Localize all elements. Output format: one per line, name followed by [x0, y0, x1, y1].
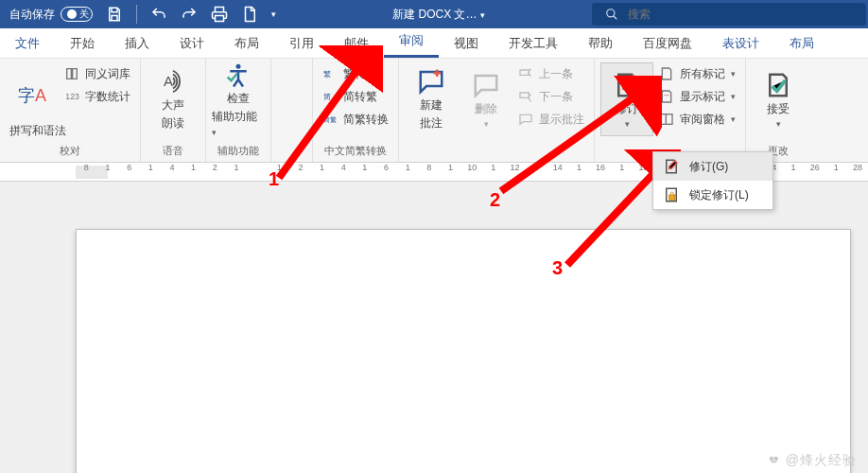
show-markup-button[interactable]: 显示标记 ▾ — [655, 85, 739, 108]
show-comments-button: 显示批注 — [514, 108, 588, 131]
group-accessibility: 检查辅助功能 ▾ 辅助功能 — [206, 59, 271, 162]
accessibility-icon — [224, 61, 252, 89]
tab-home[interactable]: 开始 — [55, 29, 110, 58]
redo-icon[interactable] — [181, 6, 198, 23]
track-changes-icon — [613, 71, 641, 99]
tab-mailings[interactable]: 邮件 — [329, 29, 384, 58]
pane-icon — [659, 112, 674, 127]
svg-text:繁: 繁 — [323, 70, 331, 79]
accept-icon — [764, 71, 792, 99]
track-changes-button[interactable]: 修订▾ — [600, 62, 653, 136]
group-label-chinese: 中文简繁转换 — [319, 142, 392, 160]
group-proofing: 字A 同义词库 123字数统计 拼写和语法 校对 — [0, 59, 141, 162]
document-title[interactable]: 新建 DOCX 文… ▾ — [286, 7, 592, 23]
chinese-convert-button[interactable]: 简繁简繁转换 — [319, 108, 392, 131]
dropdown-lock-tracking[interactable]: 锁定修订(L) — [653, 181, 773, 209]
annotation-number-3: 3 — [552, 257, 563, 279]
next-comment-button: 下一条 — [514, 85, 588, 108]
dropdown-track-changes[interactable]: 修订(G) — [653, 152, 773, 181]
group-changes: 接受▾ 更改 — [746, 59, 810, 162]
read-aloud-button[interactable]: A 大声朗读 — [147, 62, 200, 136]
tab-view[interactable]: 视图 — [439, 29, 494, 58]
tab-help[interactable]: 帮助 — [573, 29, 628, 58]
ribbon-tabs: 文件 开始 插入 设计 布局 引用 邮件 审阅 视图 开发工具 帮助 百度网盘 … — [0, 28, 868, 59]
convert-icon: 简繁 — [322, 112, 338, 127]
search-icon — [605, 8, 618, 21]
group-label-proofing: 校对 — [6, 142, 134, 160]
trad-to-simp-button[interactable]: 繁繁转简 — [319, 62, 392, 85]
display-for-review-select[interactable]: 所有标记 ▾ — [655, 62, 739, 85]
svg-point-0 — [607, 9, 615, 17]
group-label-speech: 语音 — [147, 142, 200, 160]
ribbon: 字A 同义词库 123字数统计 拼写和语法 校对 A 大声朗读 语音 检查辅助功… — [0, 59, 868, 163]
reviewing-pane-button[interactable]: 审阅窗格 ▾ — [655, 108, 739, 131]
autosave-toggle[interactable]: 自动保存 关 — [9, 7, 93, 23]
prev-comment-button: 上一条 — [514, 62, 588, 85]
save-icon[interactable] — [106, 6, 123, 23]
show-markup-icon — [659, 89, 674, 104]
quick-access-toolbar: 自动保存 关 ▾ — [0, 5, 286, 24]
tab-table-layout[interactable]: 布局 — [774, 29, 829, 58]
show-comments-icon — [518, 112, 533, 127]
delete-comment-icon — [472, 71, 500, 99]
tab-design[interactable]: 设计 — [165, 29, 219, 58]
group-speech: A 大声朗读 语音 — [141, 59, 206, 162]
comment-icon — [417, 67, 445, 96]
next-icon — [518, 89, 533, 104]
svg-text:A: A — [164, 73, 173, 89]
search-input[interactable] — [628, 8, 853, 21]
wordcount-button[interactable]: 123字数统计 — [61, 85, 134, 108]
undo-icon[interactable] — [150, 6, 167, 23]
svg-point-12 — [770, 457, 774, 462]
svg-point-4 — [236, 64, 241, 69]
watermark: @烽火经验 — [768, 452, 857, 469]
tab-layout[interactable]: 布局 — [219, 29, 274, 58]
tab-file[interactable]: 文件 — [0, 29, 55, 58]
new-comment-button[interactable]: 新建批注 — [405, 62, 458, 136]
t2s-icon: 繁 — [322, 66, 338, 81]
new-doc-icon[interactable] — [241, 6, 258, 23]
qat-customize-icon[interactable]: ▾ — [271, 9, 276, 19]
book-icon — [64, 66, 79, 81]
group-comments: 新建批注 删除▾ 上一条 下一条 显示批注 — [399, 59, 595, 162]
document-workspace[interactable]: ↵↵↵↵↵↵↵↵↵↵↵↵↵↵↵↵↵↵↵↵↵↵↵↵↵↵↵↵ @烽火经验 — [0, 182, 868, 473]
tab-insert[interactable]: 插入 — [110, 29, 165, 58]
svg-text:简繁: 简繁 — [323, 116, 337, 124]
annotation-number-2: 2 — [490, 189, 500, 211]
check-accessibility-button[interactable]: 检查辅助功能 ▾ — [212, 62, 265, 136]
title-bar: 自动保存 关 ▾ 新建 DOCX 文… ▾ — [0, 0, 868, 28]
svg-line-1 — [614, 16, 617, 20]
tab-review[interactable]: 审阅 — [384, 26, 439, 58]
accept-button[interactable]: 接受▾ — [752, 62, 805, 136]
count-icon: 123 — [64, 89, 79, 104]
prev-icon — [518, 66, 533, 81]
group-label-accessibility: 辅助功能 — [212, 142, 265, 160]
svg-text:123: 123 — [65, 92, 79, 101]
group-chinese-conversion: 繁繁转简 简简转繁 简繁简繁转换 中文简繁转换 — [313, 59, 399, 162]
tab-developer[interactable]: 开发工具 — [494, 29, 573, 58]
tab-references[interactable]: 引用 — [274, 29, 329, 58]
speaker-icon: A — [159, 67, 187, 96]
lock-icon — [663, 186, 680, 203]
simp-to-trad-button[interactable]: 简简转繁 — [319, 85, 392, 108]
group-tracking: 修订▾ 所有标记 ▾ 显示标记 ▾ 审阅窗格 ▾ — [595, 59, 746, 162]
group-language-hidden — [271, 59, 313, 162]
tab-table-design[interactable]: 表设计 — [707, 29, 774, 58]
annotation-number-1: 1 — [269, 168, 279, 190]
s2t-icon: 简 — [322, 89, 338, 104]
print-icon[interactable] — [211, 6, 228, 23]
svg-text:简: 简 — [323, 93, 331, 101]
svg-rect-11 — [669, 195, 675, 200]
svg-point-13 — [773, 457, 778, 462]
search-box[interactable] — [592, 3, 866, 26]
spelling-grammar-button[interactable]: 拼写和语法 — [6, 119, 134, 142]
track-changes-dropdown: 修订(G) 锁定修订(L) — [652, 151, 773, 210]
tab-baidu[interactable]: 百度网盘 — [628, 29, 707, 58]
delete-comment-button: 删除▾ — [460, 62, 512, 136]
page — [76, 229, 851, 473]
thesaurus-button[interactable]: 同义词库 — [61, 62, 134, 85]
doc-markup-icon — [659, 66, 674, 81]
track-icon — [663, 158, 680, 175]
